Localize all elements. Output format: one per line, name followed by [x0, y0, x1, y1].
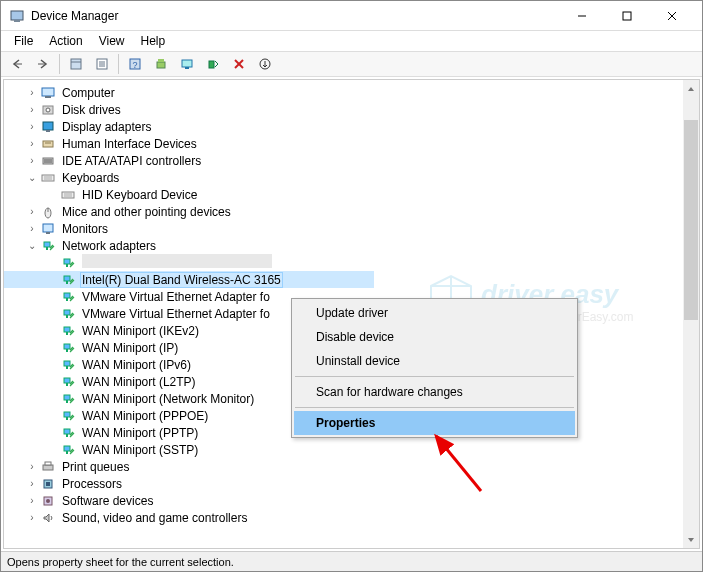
- menu-help[interactable]: Help: [134, 32, 173, 50]
- expand-icon[interactable]: ›: [24, 138, 40, 149]
- context-menu-item[interactable]: Scan for hardware changes: [294, 380, 575, 404]
- tree-node[interactable]: ·: [4, 254, 699, 271]
- back-button[interactable]: [5, 53, 29, 75]
- svg-point-27: [46, 108, 50, 112]
- minimize-button[interactable]: [559, 1, 604, 30]
- show-hidden-button[interactable]: [64, 53, 88, 75]
- keyboard-icon: [40, 171, 56, 185]
- context-menu: Update driverDisable deviceUninstall dev…: [291, 298, 578, 438]
- context-menu-item[interactable]: Properties: [294, 411, 575, 435]
- tree-node[interactable]: ·Intel(R) Dual Band Wireless-AC 3165: [4, 271, 374, 288]
- expand-icon[interactable]: ›: [24, 495, 40, 506]
- tree-node[interactable]: ⌄Keyboards: [4, 169, 699, 186]
- maximize-button[interactable]: [604, 1, 649, 30]
- menubar: File Action View Help: [1, 31, 702, 51]
- tree-node-label: Human Interface Devices: [60, 136, 199, 152]
- svg-rect-50: [66, 281, 68, 284]
- expand-icon[interactable]: ›: [24, 223, 40, 234]
- menu-file[interactable]: File: [7, 32, 40, 50]
- network-icon: [60, 358, 76, 372]
- tree-node-label: WAN Miniport (Network Monitor): [80, 391, 256, 407]
- help-button[interactable]: ?: [123, 53, 147, 75]
- tree-node-label: WAN Miniport (SSTP): [80, 442, 200, 458]
- context-menu-item[interactable]: Uninstall device: [294, 349, 575, 373]
- expand-icon[interactable]: ›: [24, 206, 40, 217]
- tree-node[interactable]: ›Monitors: [4, 220, 699, 237]
- collapse-icon[interactable]: ⌄: [24, 172, 40, 183]
- software-icon: [40, 494, 56, 508]
- cpu-icon: [40, 477, 56, 491]
- expand-icon[interactable]: ›: [24, 512, 40, 523]
- svg-rect-3: [623, 12, 631, 20]
- svg-rect-60: [66, 366, 68, 369]
- context-menu-item[interactable]: Update driver: [294, 301, 575, 325]
- svg-rect-43: [43, 224, 53, 232]
- svg-rect-68: [66, 434, 68, 437]
- tree-node-label: WAN Miniport (IKEv2): [80, 323, 201, 339]
- tree-node[interactable]: ›Display adapters: [4, 118, 699, 135]
- svg-rect-62: [66, 383, 68, 386]
- close-button[interactable]: [649, 1, 694, 30]
- tree-node-label: WAN Miniport (PPTP): [80, 425, 200, 441]
- tree-node[interactable]: ›Disk drives: [4, 101, 699, 118]
- tree-node[interactable]: ⌄Network adapters: [4, 237, 699, 254]
- expand-icon[interactable]: ›: [24, 87, 40, 98]
- svg-rect-17: [158, 59, 164, 62]
- tree-node-label: VMware Virtual Ethernet Adapter fo: [80, 289, 272, 305]
- context-menu-item[interactable]: Disable device: [294, 325, 575, 349]
- tree-node[interactable]: ›IDE ATA/ATAPI controllers: [4, 152, 699, 169]
- svg-rect-8: [71, 59, 81, 69]
- network-icon: [60, 256, 76, 270]
- computer-button[interactable]: [175, 53, 199, 75]
- refresh-button[interactable]: [253, 53, 277, 75]
- scroll-down-arrow[interactable]: [683, 531, 699, 548]
- expand-icon[interactable]: ›: [24, 155, 40, 166]
- expand-icon[interactable]: ›: [24, 104, 40, 115]
- network-icon: [60, 409, 76, 423]
- tree-node-label: Processors: [60, 476, 124, 492]
- display-icon: [40, 120, 56, 134]
- tree-node-label: Network adapters: [60, 238, 158, 254]
- tree-node[interactable]: ›Software devices: [4, 492, 699, 509]
- scrollbar[interactable]: [683, 79, 700, 549]
- tree-node[interactable]: ›Processors: [4, 475, 699, 492]
- network-icon: [60, 324, 76, 338]
- properties-button[interactable]: [90, 53, 114, 75]
- update-driver-button[interactable]: [149, 53, 173, 75]
- expand-icon[interactable]: ›: [24, 461, 40, 472]
- tree-node[interactable]: ›Human Interface Devices: [4, 135, 699, 152]
- svg-rect-70: [66, 451, 68, 454]
- window-title: Device Manager: [31, 9, 559, 23]
- expand-icon[interactable]: ›: [24, 121, 40, 132]
- forward-button[interactable]: [31, 53, 55, 75]
- svg-rect-66: [66, 417, 68, 420]
- svg-rect-58: [66, 349, 68, 352]
- keyboard-icon: [60, 188, 76, 202]
- network-icon: [40, 239, 56, 253]
- svg-rect-48: [66, 264, 68, 267]
- svg-rect-74: [46, 482, 50, 486]
- mouse-icon: [40, 205, 56, 219]
- uninstall-button[interactable]: [227, 53, 251, 75]
- context-menu-separator: [295, 407, 574, 408]
- svg-point-76: [46, 499, 50, 503]
- svg-rect-35: [42, 175, 54, 181]
- tree-node[interactable]: ›Mice and other pointing devices: [4, 203, 699, 220]
- menu-view[interactable]: View: [92, 32, 132, 50]
- tree-node[interactable]: ›Print queues: [4, 458, 699, 475]
- tree-node[interactable]: ·HID Keyboard Device: [4, 186, 699, 203]
- svg-rect-49: [64, 276, 70, 281]
- monitor-icon: [40, 222, 56, 236]
- scroll-thumb[interactable]: [684, 120, 698, 320]
- tree-node[interactable]: ›Computer: [4, 84, 699, 101]
- expand-icon[interactable]: ›: [24, 478, 40, 489]
- svg-rect-44: [46, 232, 50, 234]
- svg-rect-59: [64, 361, 70, 366]
- menu-action[interactable]: Action: [42, 32, 89, 50]
- tree-node[interactable]: ·WAN Miniport (SSTP): [4, 441, 699, 458]
- collapse-icon[interactable]: ⌄: [24, 240, 40, 251]
- tree-node[interactable]: ›Sound, video and game controllers: [4, 509, 699, 526]
- disk-icon: [40, 103, 56, 117]
- scan-hardware-button[interactable]: [201, 53, 225, 75]
- scroll-up-arrow[interactable]: [683, 80, 699, 97]
